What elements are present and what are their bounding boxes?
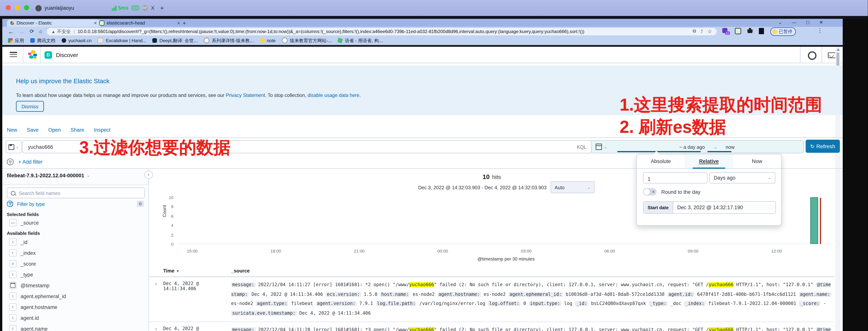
field-item-_id[interactable]: t_id bbox=[9, 238, 27, 246]
help-icon[interactable] bbox=[808, 51, 816, 60]
profile-chip[interactable]: 已暂停 bbox=[770, 27, 796, 36]
bookmark-item[interactable]: 语雀 - 用语雀, 构... bbox=[338, 37, 383, 44]
more-icon[interactable]: ⋮ bbox=[817, 27, 823, 34]
breadcrumb[interactable]: Discover bbox=[56, 52, 78, 58]
hamburger-icon[interactable] bbox=[10, 52, 17, 58]
field-item-agent.ephemeral_id[interactable]: tagent.ephemeral_id bbox=[9, 292, 66, 300]
home-icon[interactable]: ⌂ bbox=[39, 29, 42, 34]
field-item-_index[interactable]: t_index bbox=[9, 249, 36, 257]
star-icon[interactable]: ☆ bbox=[708, 29, 712, 34]
collapse-sidebar-icon[interactable]: ‹ bbox=[144, 170, 153, 179]
timepicker-tab-relative[interactable]: Relative bbox=[685, 155, 733, 168]
tab-label: Discover - Elastic bbox=[17, 21, 92, 26]
time-column-header[interactable]: Time ▼ bbox=[163, 268, 231, 273]
relative-unit-select[interactable]: Days ago ⌄ bbox=[709, 172, 775, 184]
menu-item-save[interactable]: Save bbox=[27, 127, 39, 133]
filter-icon[interactable] bbox=[7, 159, 14, 165]
bookmarks-bar: 应用 腾讯文档 yuchaoit.cn Excalidraw | Hand...… bbox=[2, 36, 843, 45]
elastic-logo[interactable] bbox=[28, 50, 37, 59]
relative-value-input[interactable]: 1 bbox=[643, 172, 708, 184]
translate-icon[interactable]: ⧉ bbox=[693, 29, 696, 34]
minimize-traffic-icon[interactable] bbox=[15, 5, 20, 10]
search-highlight: yuchao666 bbox=[709, 282, 734, 287]
close-tab-icon[interactable]: X bbox=[151, 5, 154, 11]
bookmark-item[interactable]: Excalidraw | Hand... bbox=[98, 38, 146, 43]
table-row[interactable]: ›Dec 4, 2022 @ 14:11:34.406message: 2022… bbox=[150, 322, 834, 331]
menu-item-inspect[interactable]: Inspect bbox=[94, 127, 111, 133]
menu-item-share[interactable]: Share bbox=[70, 127, 84, 133]
restore-down-icon[interactable]: ⌄ bbox=[778, 20, 782, 25]
traffic-lights[interactable] bbox=[6, 5, 33, 10]
field-item-agent.id[interactable]: tagent.id bbox=[9, 314, 39, 322]
expand-row-icon[interactable]: › bbox=[155, 281, 163, 287]
menu-item-open[interactable]: Open bbox=[48, 127, 61, 133]
interval-select[interactable]: Auto ⌄ bbox=[551, 181, 594, 193]
expand-row-icon[interactable]: › bbox=[155, 326, 163, 331]
bookmark-item[interactable]: 猿来教育官方网站-... bbox=[282, 37, 332, 44]
time-end[interactable]: now bbox=[725, 144, 735, 150]
field-name-pill: suricata.eve.timestamp: bbox=[231, 310, 297, 316]
start-date-value[interactable]: Dec 3, 2022 @ 14:32:17.190 bbox=[673, 205, 775, 210]
zoom-traffic-icon[interactable] bbox=[24, 5, 29, 10]
back-icon[interactable]: ← bbox=[8, 28, 14, 35]
timepicker-tab-absolute[interactable]: Absolute bbox=[637, 155, 685, 168]
maximize-icon[interactable]: ☐ bbox=[806, 20, 810, 25]
menu-item-new[interactable]: New bbox=[7, 127, 17, 133]
disable-usage-link[interactable]: disable usage data here bbox=[308, 92, 359, 98]
new-tab-button[interactable]: + bbox=[183, 20, 186, 26]
sidebar-extension-icon[interactable] bbox=[759, 28, 764, 34]
field-item-agent.name[interactable]: tagent.name bbox=[9, 325, 48, 331]
minimize-icon[interactable]: — bbox=[792, 20, 796, 25]
close-traffic-icon[interactable] bbox=[6, 5, 11, 10]
timepicker-tab-now[interactable]: Now bbox=[733, 155, 781, 168]
filter-by-type[interactable]: Filter by type 0 bbox=[7, 201, 144, 207]
macos-tab[interactable]: yuanlaijiaoyu bbox=[35, 2, 74, 14]
kql-label[interactable]: KQL bbox=[577, 144, 587, 150]
new-tab-icon[interactable]: + bbox=[160, 5, 164, 11]
add-filter-link[interactable]: + Add filter bbox=[18, 159, 42, 165]
dismiss-button[interactable]: Dismiss bbox=[16, 101, 44, 112]
close-window-icon[interactable]: ✕ bbox=[819, 20, 823, 25]
url-text[interactable]: 10.0.0.18:5601/app/discover#/?_g=(filter… bbox=[78, 29, 689, 34]
close-icon[interactable]: ✕ bbox=[177, 21, 180, 26]
privacy-statement-link[interactable]: Privacy Statement bbox=[226, 92, 265, 98]
space-badge[interactable]: D bbox=[44, 51, 52, 59]
bookmark-item[interactable]: note bbox=[260, 38, 276, 43]
refresh-icon: ↻ bbox=[810, 143, 814, 149]
tab-discover-elastic[interactable]: Discover - Elastic ✕ bbox=[7, 20, 100, 27]
field-item-_score[interactable]: #_score bbox=[9, 260, 36, 267]
forward-icon[interactable]: → bbox=[19, 28, 25, 35]
selected-fields-label: Selected fields bbox=[7, 212, 39, 217]
url-bar[interactable]: ▲ 不安全 | 10.0.0.18:5601/app/discover#/?_g… bbox=[47, 28, 717, 35]
date-picker-button[interactable]: ⌄ bbox=[591, 140, 611, 153]
search-field-input[interactable]: Search field names bbox=[7, 188, 145, 198]
index-pattern-switcher[interactable]: filebeat-7.9.1-2022.12.04-000001 ⌄ bbox=[7, 173, 90, 178]
tab-elasticsearch-head[interactable]: elasticsearch-head ✕ bbox=[96, 20, 184, 27]
contact-extension-icon[interactable] bbox=[735, 28, 741, 34]
reload-icon[interactable]: ⟳ bbox=[30, 29, 34, 34]
start-date-row[interactable]: Start date Dec 3, 2022 @ 14:32:17.190 bbox=[643, 201, 776, 214]
field-item-_source[interactable]: </>_source bbox=[9, 219, 39, 226]
scrollbar-up-icon[interactable] bbox=[836, 48, 840, 51]
bookmark-item[interactable]: 腾讯文档 bbox=[30, 37, 55, 44]
macos-tab-indicators: 5ms HD RP X + bbox=[112, 3, 164, 13]
field-label: agent.name bbox=[21, 326, 48, 331]
refresh-button[interactable]: ↻ Refresh bbox=[806, 140, 840, 153]
share-icon[interactable]: ⤴ bbox=[701, 29, 703, 34]
bookmark-item[interactable]: DeepL翻译: 全世... bbox=[153, 37, 197, 44]
round-toggle[interactable]: ✕ bbox=[643, 188, 657, 196]
desktop-right-area bbox=[843, 19, 868, 331]
mail-icon[interactable] bbox=[828, 53, 836, 58]
table-row[interactable]: ›Dec 4, 2022 @ 14:11:34.406message: 2022… bbox=[150, 277, 834, 322]
puzzle-icon[interactable] bbox=[747, 28, 752, 33]
apps-grid-icon[interactable]: 应用 bbox=[8, 37, 24, 44]
field-item-_type[interactable]: t_type bbox=[9, 271, 33, 278]
bookmark-item[interactable]: 系列课详情-猿来教... bbox=[204, 37, 253, 44]
field-item-@timestamp[interactable]: @timestamp bbox=[9, 282, 50, 289]
histogram-bar[interactable] bbox=[810, 197, 818, 244]
bookmark-item[interactable]: yuchaoit.cn bbox=[62, 38, 91, 43]
es-head-favicon bbox=[99, 21, 104, 26]
saved-query-button[interactable]: ⌄ bbox=[6, 140, 22, 153]
field-item-agent.hostname[interactable]: tagent.hostname bbox=[9, 303, 57, 311]
time-start[interactable]: ~ a day ago bbox=[679, 144, 705, 150]
